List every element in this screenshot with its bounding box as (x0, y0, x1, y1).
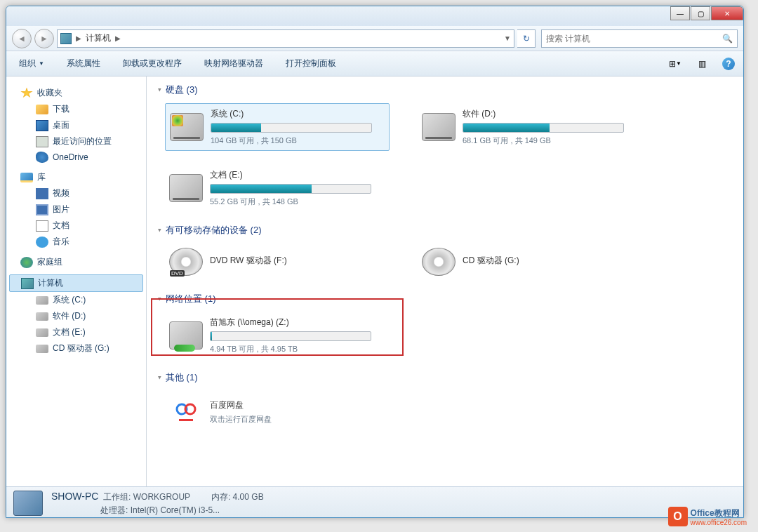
drive-e[interactable]: 文档 (E:) 55.2 GB 可用 , 共 148 GB (165, 165, 390, 211)
forward-button[interactable]: ► (34, 29, 54, 48)
drive-label: 苗旭东 (\\omega) (Z:) (210, 317, 385, 328)
map-network-drive-button[interactable]: 映射网络驱动器 (199, 55, 269, 72)
baidu-netdisk-item[interactable]: 百度网盘 双击运行百度网盘 (165, 391, 390, 433)
homegroup-icon (20, 257, 33, 268)
sidebar-drive-e[interactable]: 文档 (E:) (6, 324, 146, 340)
sidebar-libraries[interactable]: 库 (6, 169, 146, 185)
preview-pane-button[interactable]: ▥ (694, 56, 710, 72)
capacity-text: 104 GB 可用 , 共 150 GB (211, 135, 385, 146)
close-button[interactable]: ✕ (711, 6, 743, 20)
toolbar: 组织 ▼ 系统属性 卸载或更改程序 映射网络驱动器 打开控制面板 ⊞ ▼ ▥ ? (6, 51, 743, 77)
cloud-icon (36, 152, 48, 163)
search-icon[interactable]: 🔍 (722, 34, 733, 44)
sidebar-onedrive[interactable]: OneDrive (6, 149, 146, 165)
computer-icon (21, 278, 34, 289)
breadcrumb-arrow-icon: ▶ (76, 34, 81, 42)
section-header-other[interactable]: 其他 (1) (158, 371, 732, 384)
capacity-bar (210, 184, 371, 194)
desktop-icon (36, 120, 48, 131)
explorer-window: — ▢ ✕ ◄ ► ▶ 计算机 ▶ ▼ ↻ 🔍 组织 ▼ 系统属性 卸载或更改程… (6, 6, 744, 518)
sidebar-computer[interactable]: 计算机 (9, 274, 143, 292)
sidebar-favorites[interactable]: 收藏夹 (6, 85, 146, 101)
drive-icon (36, 328, 48, 337)
cd-icon (422, 248, 456, 276)
section-header-removable[interactable]: 有可移动存储的设备 (2) (158, 224, 732, 237)
drive-f-dvd[interactable]: DVD RW 驱动器 (F:) (165, 244, 390, 280)
watermark-logo-icon: O (668, 507, 688, 526)
capacity-text: 55.2 GB 可用 , 共 148 GB (210, 197, 385, 207)
section-network: 网络位置 (1) 苗旭东 (\\omega) (Z:) 4.94 TB 可用 ,… (158, 293, 732, 359)
pc-name: SHOW-PC (51, 491, 98, 502)
libraries-icon (20, 173, 33, 182)
dvd-icon (169, 248, 203, 276)
uninstall-programs-button[interactable]: 卸载或更改程序 (117, 55, 187, 72)
baidu-icon (169, 395, 203, 429)
sidebar-drive-c[interactable]: 系统 (C:) (6, 292, 146, 308)
content-pane: 硬盘 (3) 系统 (C:) 104 GB 可用 , 共 150 GB (147, 77, 743, 486)
sidebar-desktop[interactable]: 桌面 (6, 117, 146, 133)
capacity-bar (463, 123, 624, 133)
computer-icon (13, 491, 43, 516)
drive-c[interactable]: 系统 (C:) 104 GB 可用 , 共 150 GB (165, 103, 390, 151)
music-icon (36, 237, 48, 248)
address-bar[interactable]: ▶ 计算机 ▶ ▼ (57, 29, 514, 48)
back-button[interactable]: ◄ (12, 29, 32, 48)
sidebar-pictures[interactable]: 图片 (6, 201, 146, 218)
capacity-bar (211, 123, 372, 133)
recent-icon (36, 136, 48, 147)
item-sublabel: 双击运行百度网盘 (210, 414, 385, 425)
svg-rect-2 (179, 419, 193, 421)
drive-label: 文档 (E:) (210, 169, 385, 181)
sidebar-documents[interactable]: 文档 (6, 218, 146, 234)
search-input[interactable] (546, 34, 718, 44)
video-icon (36, 188, 48, 199)
help-button[interactable]: ? (721, 56, 736, 72)
details-pane: SHOW-PC 工作组: WORKGROUP 内存: 4.00 GB 处理器: … (6, 486, 743, 518)
drive-label: CD 驱动器 (G:) (463, 255, 638, 267)
network-drive-icon (169, 321, 203, 350)
section-header-hdd[interactable]: 硬盘 (3) (158, 84, 732, 96)
capacity-bar (210, 331, 371, 341)
drive-icon (422, 113, 456, 141)
computer-icon (60, 33, 72, 44)
drive-label: 系统 (C:) (211, 108, 385, 120)
document-icon (36, 220, 48, 232)
organize-menu[interactable]: 组织 ▼ (13, 55, 50, 72)
section-other: 其他 (1) 百度网盘 双击运行百度网盘 (158, 371, 732, 433)
drive-icon (36, 312, 48, 321)
view-options-button[interactable]: ⊞ ▼ (667, 56, 683, 72)
sidebar-drive-g[interactable]: CD 驱动器 (G:) (6, 340, 146, 357)
drive-icon (36, 345, 48, 353)
navigation-pane: 收藏夹 下载 桌面 最近访问的位置 OneDrive 库 视频 图片 文档 音乐… (6, 77, 147, 486)
minimize-button[interactable]: — (670, 6, 690, 20)
sidebar-recent[interactable]: 最近访问的位置 (6, 133, 146, 149)
section-hard-drives: 硬盘 (3) 系统 (C:) 104 GB 可用 , 共 150 GB (158, 84, 732, 211)
drive-label: 软件 (D:) (463, 108, 638, 120)
help-icon: ? (722, 58, 735, 70)
sidebar-drive-d[interactable]: 软件 (D:) (6, 308, 146, 324)
section-header-network[interactable]: 网络位置 (1) (158, 293, 732, 305)
dropdown-icon[interactable]: ▼ (504, 34, 511, 42)
navigation-row: ◄ ► ▶ 计算机 ▶ ▼ ↻ 🔍 (6, 26, 743, 51)
sidebar-music[interactable]: 音乐 (6, 234, 146, 250)
drive-label: DVD RW 驱动器 (F:) (210, 255, 385, 267)
item-label: 百度网盘 (210, 399, 385, 411)
open-control-panel-button[interactable]: 打开控制面板 (280, 55, 342, 72)
system-properties-button[interactable]: 系统属性 (61, 55, 106, 72)
maximize-button[interactable]: ▢ (691, 6, 710, 20)
drive-icon (36, 296, 48, 305)
drive-g-cd[interactable]: CD 驱动器 (G:) (418, 244, 642, 280)
drive-d[interactable]: 软件 (D:) 68.1 GB 可用 , 共 149 GB (418, 103, 642, 151)
drive-icon (169, 174, 203, 202)
sidebar-downloads[interactable]: 下载 (6, 101, 146, 117)
drive-icon (170, 113, 204, 141)
breadcrumb-computer[interactable]: 计算机 (86, 32, 111, 44)
sidebar-videos[interactable]: 视频 (6, 185, 146, 201)
drive-z-network[interactable]: 苗旭东 (\\omega) (Z:) 4.94 TB 可用 , 共 4.95 T… (165, 312, 390, 359)
star-icon (20, 88, 33, 99)
section-removable: 有可移动存储的设备 (2) DVD RW 驱动器 (F:) CD 驱动器 (G:… (158, 224, 732, 280)
sidebar-homegroup[interactable]: 家庭组 (6, 254, 146, 270)
refresh-button[interactable]: ↻ (517, 29, 536, 48)
titlebar: — ▢ ✕ (6, 6, 743, 26)
search-box[interactable]: 🔍 (541, 29, 738, 48)
